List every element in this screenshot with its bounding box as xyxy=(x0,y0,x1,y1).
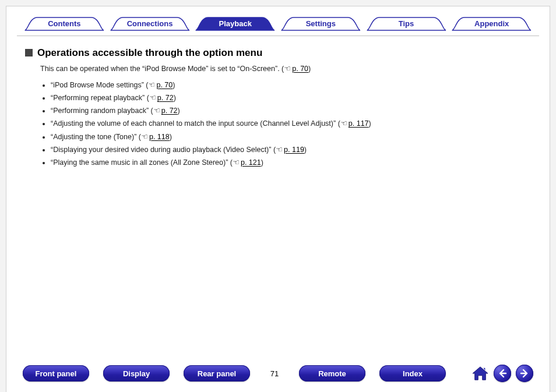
page-reference-icon: ☞ xyxy=(141,132,148,142)
tab-label: Playback xyxy=(193,16,277,31)
tab-label: Settings xyxy=(279,16,363,31)
list-item-text-post: ) xyxy=(170,133,172,141)
list-item: “Displaying your desired video during au… xyxy=(51,144,377,155)
display-button[interactable]: Display xyxy=(103,365,170,382)
remote-button[interactable]: Remote xyxy=(299,365,365,382)
tab-appendix[interactable]: Appendix xyxy=(450,16,533,31)
page-reference-icon: ☞ xyxy=(153,105,160,116)
home-icon xyxy=(471,366,489,381)
heading-marker-icon xyxy=(25,49,33,56)
page-reference-icon: ☞ xyxy=(148,80,155,90)
list-item-text-post: ) xyxy=(304,146,307,154)
intro-text-after: ) xyxy=(308,65,311,73)
tab-label: Connections xyxy=(108,16,192,31)
page-reference-icon: ☞ xyxy=(284,64,291,73)
tab-label: Appendix xyxy=(450,16,533,31)
intro-text-before: This can be operated when the “iPod Brow… xyxy=(40,65,284,73)
intro-page-link[interactable]: p. 70 xyxy=(292,65,308,73)
page-link[interactable]: p. 118 xyxy=(149,133,170,141)
tab-connections[interactable]: Connections xyxy=(108,16,192,31)
bottom-button-group: Front panelDisplayRear panel71RemoteInde… xyxy=(23,365,446,382)
tab-label: Tips xyxy=(365,16,448,31)
section-heading-row: Operations accessible through the option… xyxy=(25,47,539,59)
page-number: 71 xyxy=(264,369,285,378)
page-link[interactable]: p. 119 xyxy=(284,146,304,154)
list-item-text-pre: “Performing random playback” ( xyxy=(51,107,153,115)
page-controls xyxy=(471,365,533,382)
list-item-text-pre: “iPod Browse Mode settings” ( xyxy=(51,81,148,89)
list-item-text-pre: “Adjusting the tone (Tone)” ( xyxy=(51,133,141,141)
tab-contents[interactable]: Contents xyxy=(23,16,106,31)
next-page-button[interactable] xyxy=(516,365,533,382)
list-item-text-pre: “Displaying your desired video during au… xyxy=(51,146,276,154)
prev-page-button[interactable] xyxy=(494,365,511,382)
list-item: “iPod Browse Mode settings” (☞p. 70) xyxy=(51,80,377,90)
list-item: “Performing repeat playback” (☞p. 72) xyxy=(51,93,377,103)
list-item-text-post: ) xyxy=(174,94,176,102)
bottom-navigation-bar: Front panelDisplayRear panel71RemoteInde… xyxy=(17,359,539,391)
list-item-text-pre: “Performing repeat playback” ( xyxy=(51,94,149,102)
list-item: “Adjusting the tone (Tone)” (☞p. 118) xyxy=(51,132,377,142)
manual-page: Contents Connections Playback Settings T… xyxy=(6,6,550,392)
list-item: “Performing random playback” (☞p. 72) xyxy=(51,105,377,116)
list-item-text-pre: “Playing the same music in all zones (Al… xyxy=(51,158,233,167)
page-reference-icon: ☞ xyxy=(276,144,283,155)
page-link[interactable]: p. 117 xyxy=(349,119,369,128)
list-item-text-post: ) xyxy=(178,107,180,115)
operations-list: “iPod Browse Mode settings” (☞p. 70)“Per… xyxy=(51,77,377,170)
arrow-left-icon xyxy=(498,369,507,378)
list-item: “Adjusting the volume of each channel to… xyxy=(51,118,377,129)
list-item: “Playing the same music in all zones (Al… xyxy=(51,157,377,168)
page-link[interactable]: p. 121 xyxy=(241,158,261,167)
page-link[interactable]: p. 70 xyxy=(156,81,173,89)
page-link[interactable]: p. 72 xyxy=(157,94,174,102)
rear-panel-button[interactable]: Rear panel xyxy=(184,365,250,382)
page-reference-icon: ☞ xyxy=(149,93,156,103)
index-button[interactable]: Index xyxy=(379,365,446,382)
arrow-right-icon xyxy=(520,369,529,378)
page-link[interactable]: p. 72 xyxy=(161,107,178,115)
tab-label: Contents xyxy=(23,16,106,31)
intro-paragraph: This can be operated when the “iPod Brow… xyxy=(40,64,367,73)
home-button[interactable] xyxy=(471,365,489,382)
tab-tips[interactable]: Tips xyxy=(365,16,448,31)
list-item-text-pre: “Adjusting the volume of each channel to… xyxy=(51,119,340,128)
list-item-text-post: ) xyxy=(369,119,371,128)
list-item-text-post: ) xyxy=(261,158,263,167)
section-heading: Operations accessible through the option… xyxy=(37,47,262,59)
page-reference-icon: ☞ xyxy=(233,157,240,168)
front-panel-button[interactable]: Front panel xyxy=(23,365,89,382)
list-item-text-post: ) xyxy=(173,81,175,89)
top-navigation-tabs: Contents Connections Playback Settings T… xyxy=(17,12,539,36)
tab-playback[interactable]: Playback xyxy=(193,16,277,31)
page-reference-icon: ☞ xyxy=(340,118,347,129)
tab-settings[interactable]: Settings xyxy=(279,16,363,31)
